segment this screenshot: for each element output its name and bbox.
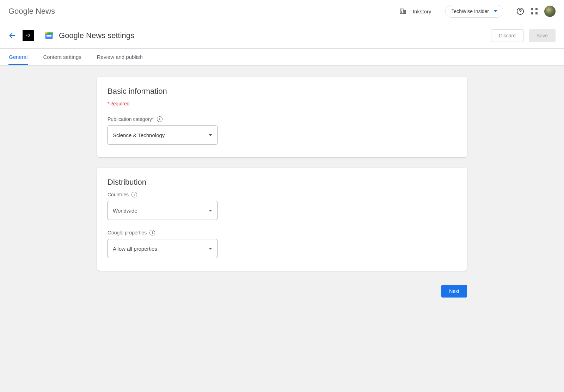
publication-badge: <\	[23, 30, 34, 41]
organization-name: Inkstory	[413, 8, 431, 14]
required-note: *Required	[108, 101, 456, 106]
countries-value: Worldwide	[113, 208, 137, 214]
actions-row: Next	[97, 281, 467, 298]
basic-information-card: Basic information *Required Publication …	[97, 77, 467, 157]
google-properties-select[interactable]: Allow all properties	[108, 239, 217, 258]
publication-dropdown[interactable]: TechWise Insider	[445, 5, 503, 18]
publication-category-value: Science & Technology	[113, 132, 165, 138]
countries-select[interactable]: Worldwide	[108, 201, 217, 220]
page-title: Google News settings	[59, 31, 134, 40]
publication-category-label-text: Publication category*	[108, 116, 154, 122]
svg-rect-0	[400, 9, 403, 13]
discard-button[interactable]: Discard	[491, 29, 524, 42]
info-icon[interactable]: i	[149, 230, 155, 235]
page-subheader: <\ · Google News settings Discard Save	[0, 23, 564, 49]
save-button: Save	[529, 29, 556, 42]
publication-category-label: Publication category* i	[108, 116, 456, 122]
caret-down-icon	[209, 248, 212, 250]
distribution-card: Distribution Countries i Worldwide Googl…	[97, 168, 467, 271]
avatar[interactable]	[544, 6, 556, 17]
google-news-icon	[44, 31, 54, 41]
tabs: General Content settings Review and publ…	[0, 49, 564, 66]
separator-dot: ·	[38, 32, 40, 39]
google-properties-value: Allow all properties	[113, 246, 157, 252]
tab-content-settings[interactable]: Content settings	[43, 54, 81, 65]
info-icon[interactable]: i	[157, 116, 163, 122]
svg-rect-12	[47, 32, 53, 34]
page-body: Basic information *Required Publication …	[0, 66, 564, 392]
svg-rect-14	[47, 36, 51, 37]
countries-label: Countries i	[108, 192, 456, 197]
svg-point-8	[520, 13, 521, 13]
google-properties-label: Google properties i	[108, 230, 456, 235]
basic-information-title: Basic information	[108, 87, 456, 96]
next-button[interactable]: Next	[441, 285, 467, 298]
publication-category-select[interactable]: Science & Technology	[108, 125, 217, 145]
tab-general[interactable]: General	[8, 54, 28, 65]
svg-rect-13	[47, 35, 51, 36]
help-button[interactable]	[513, 4, 527, 18]
google-properties-label-text: Google properties	[108, 230, 147, 235]
svg-rect-10	[45, 33, 53, 39]
back-button[interactable]	[8, 32, 16, 39]
tab-review-publish[interactable]: Review and publish	[97, 54, 143, 65]
publication-dropdown-label: TechWise Insider	[451, 8, 489, 14]
caret-down-icon	[209, 134, 212, 136]
org-block: Inkstory	[399, 8, 431, 15]
apps-button[interactable]	[527, 4, 541, 18]
app-brand: Google News	[8, 7, 55, 16]
distribution-title: Distribution	[108, 178, 456, 187]
topbar: Google News Inkstory TechWise Insider	[0, 0, 564, 23]
countries-label-text: Countries	[108, 192, 129, 197]
chevron-down-icon	[494, 10, 497, 12]
info-icon[interactable]: i	[131, 192, 137, 197]
organization-icon	[399, 8, 406, 15]
svg-rect-1	[403, 11, 406, 14]
caret-down-icon	[209, 210, 212, 212]
